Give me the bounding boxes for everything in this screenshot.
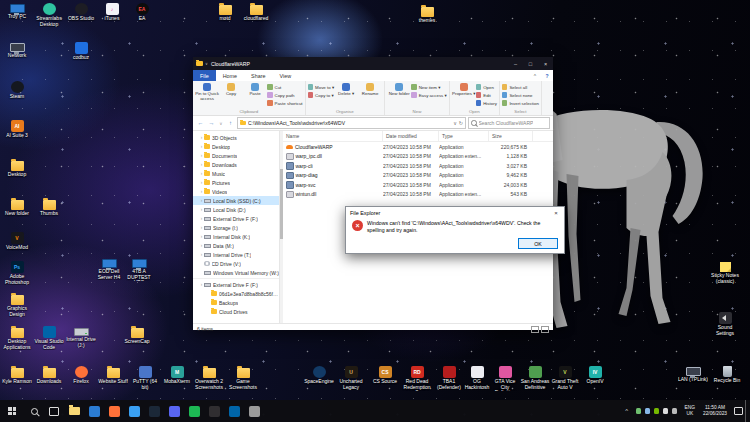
desktop-icon-motd[interactable]: motd [210,3,240,22]
dialog-title-bar[interactable]: File Explorer × [346,207,564,219]
nav-item-videos[interactable]: ›Videos [193,187,279,196]
taskbar-file-explorer[interactable] [64,400,84,422]
nav-item-cloud-drives[interactable]: Cloud Drives [193,307,279,316]
desktop-icon-overwatch-2-screenshots[interactable]: Overwatch 2 Screenshots [194,366,224,390]
tray-onedrive-icon[interactable] [645,408,651,414]
clock[interactable]: 11:50 AM 22/06/2023 [699,405,731,417]
column-header-type[interactable]: Type [439,131,489,141]
desktop-icon-cs-source[interactable]: CSCS Source [370,366,400,385]
taskbar-vscode[interactable] [224,400,244,422]
desktop-icon-grand-theft-auto-v[interactable]: VGrand Theft Auto V [550,366,580,390]
address-dropdown-icon[interactable]: ∨ [453,120,457,126]
ribbon-button-select-all[interactable]: Select all [502,83,539,91]
desktop-icon-sound-settings[interactable]: Sound Settings [710,312,740,336]
desktop-icon-spaceengine[interactable]: SpaceEngine [304,366,334,385]
tray-network-icon[interactable] [672,408,678,414]
nav-item-storage-i[interactable]: ›Storage (I:) [193,223,279,232]
desktop-icon-mobaxterm[interactable]: MMobaXterm [162,366,192,385]
desktop-icon-kyle-ramson[interactable]: Kyle Ramson [2,366,32,385]
nav-item-downloads[interactable]: ›Downloads [193,160,279,169]
file-row-cloudflarewarp[interactable]: CloudflareWARP27/04/2023 10:58 PMApplica… [283,142,553,152]
ribbon-button-new-item[interactable]: New item ▾ [411,83,447,91]
nav-item-internal-drive-t[interactable]: ›Internal Drive (T:) [193,250,279,259]
desktop-icon-troy-pc[interactable]: Troy PC [2,3,32,20]
dialog-close-button[interactable]: × [548,207,564,219]
action-center-icon[interactable] [731,400,745,422]
desktop-icon-ea[interactable]: EAEA [127,3,157,22]
desktop-icon-firefox[interactable]: Firefox [66,366,96,385]
tab-file[interactable]: File [193,70,216,81]
desktop-icon-red-dead-redemption-2[interactable]: RDRed Dead Redemption 2 [402,366,432,391]
start-button[interactable] [0,400,24,422]
nav-item-external-drive-f-f[interactable]: ›External Drive F (F:) [193,278,279,289]
nav-item-music[interactable]: ›Music [193,169,279,178]
ribbon-button-select-none[interactable]: Select none [502,91,539,99]
nav-item-external-drive-f-f[interactable]: ›External Drive F (F:) [193,214,279,223]
taskbar-search-button[interactable] [24,400,44,422]
desktop-icon-sticky-notes-classic[interactable]: Sticky Notes (classic) [710,262,740,284]
ribbon-button-copy-to[interactable]: Copy to ▾ [308,91,335,99]
desktop-icon-putty-64-bit[interactable]: PuTTY (64 bit) [130,366,160,390]
desktop-icon-screencap[interactable]: ScreenCap [122,326,152,345]
show-desktop-button[interactable] [745,400,750,422]
desktop-icon-desktop[interactable]: Desktop [2,159,32,178]
taskbar-discord[interactable] [164,400,184,422]
taskbar-settings[interactable] [244,400,264,422]
desktop-icon-4tb-a-duptest-vps[interactable]: 4TB A DUPTEST VPS [124,258,154,281]
file-row-warp-svc[interactable]: warp-svc27/04/2023 10:58 PMApplication24… [283,180,553,190]
nav-item-cd-drive-v[interactable]: CD Drive (V:) [193,259,279,268]
recent-locations-icon[interactable]: ∨ [218,119,224,128]
taskbar-obs[interactable] [204,400,224,422]
desktop-icon-san-andreas-definitive[interactable]: San Andreas Definitive [520,366,550,390]
refresh-icon[interactable]: ↻ [459,120,463,126]
ribbon-button-paste-shortcut[interactable]: Paste shortcut [267,99,303,107]
desktop-icon-tba1-defender[interactable]: TBA1 (Defender) [434,366,464,390]
desktop-icon-lan-tplink[interactable]: LAN (TPLink) [678,366,708,383]
address-bar[interactable]: C:\Windows\AAct_Tools\wdsdriver\x64WDV ∨… [237,117,466,129]
desktop-icon-internal-drive-j[interactable]: Internal Drive (J:) [66,326,96,348]
desktop-icon-network[interactable]: Network [2,42,32,59]
ribbon-button-rename[interactable]: Rename [358,82,382,97]
desktop-icon-recycle-bin[interactable]: Recycle Bin [712,366,742,384]
scrollbar-thumb[interactable] [280,169,283,239]
ribbon-button-copy[interactable]: Copy [219,82,243,97]
desktop-icon-ai-suite-3[interactable]: AIAI Suite 3 [2,120,32,139]
nav-item-data-m[interactable]: ›Data (M:) [193,241,279,250]
task-view-button[interactable] [44,400,64,422]
column-header-name[interactable]: Name [283,131,383,141]
desktop-icon-voicemod[interactable]: VVoiceMod [2,232,32,251]
thumbnails-view-icon[interactable] [541,326,549,333]
desktop-icon-new-folder[interactable]: New folder [2,198,32,217]
taskbar-firefox[interactable] [104,400,124,422]
nav-item-local-disk-ssd-c[interactable]: ›Local Disk (SSD) (C:) [193,196,279,205]
desktop-icon-adobe-photoshop[interactable]: PsAdobe Photoshop [2,261,32,285]
tray-volume-icon[interactable] [663,408,669,414]
tray-nvidia-icon[interactable] [654,408,660,414]
desktop-icon-graphics-design[interactable]: Graphics Design [2,293,32,317]
ok-button[interactable]: OK [518,238,558,249]
hidden-icons-button[interactable]: ^ [621,408,633,414]
forward-button[interactable]: → [207,119,216,128]
file-row-warp-diag[interactable]: warp-diag27/04/2023 10:58 PMApplication9… [283,171,553,181]
ribbon-button-edit[interactable]: Edit [476,91,497,99]
ribbon-button-open[interactable]: Open [476,83,497,91]
desktop-icon-gta-vice-city-definitive[interactable]: GTA Vice City Definitive [490,366,520,391]
nav-item-pictures[interactable]: ›Pictures [193,178,279,187]
desktop-icon-streamlabs-desktop[interactable]: Streamlabs Desktop [34,3,64,27]
ribbon-button-cut[interactable]: Cut [267,83,303,91]
desktop-icon-itunes[interactable]: ♪iTunes [97,3,127,22]
nav-item-3d-objects[interactable]: ›3D Objects [193,133,279,142]
column-header-date-modified[interactable]: Date modified [383,131,439,141]
search-box[interactable]: Search CloudflareWARP [468,117,550,129]
collapse-ribbon-icon[interactable]: ^ [529,70,541,81]
nav-item-desktop[interactable]: ›Desktop [193,142,279,151]
tab-share[interactable]: Share [244,70,272,81]
ribbon-button-copy-path[interactable]: Copy path [267,91,303,99]
ribbon-button-properties[interactable]: Properties ▾ [452,82,476,97]
tab-view[interactable]: View [272,70,298,81]
ribbon-button-new-folder[interactable]: New folder [387,82,411,97]
nav-item-backups[interactable]: Backups [193,298,279,307]
desktop-icon-downloads[interactable]: Downloads [34,366,64,385]
file-row-warp-ipc-dll[interactable]: warp_ipc.dll27/04/2023 10:58 PMApplicati… [283,152,553,162]
maximize-button[interactable]: □ [523,57,538,70]
